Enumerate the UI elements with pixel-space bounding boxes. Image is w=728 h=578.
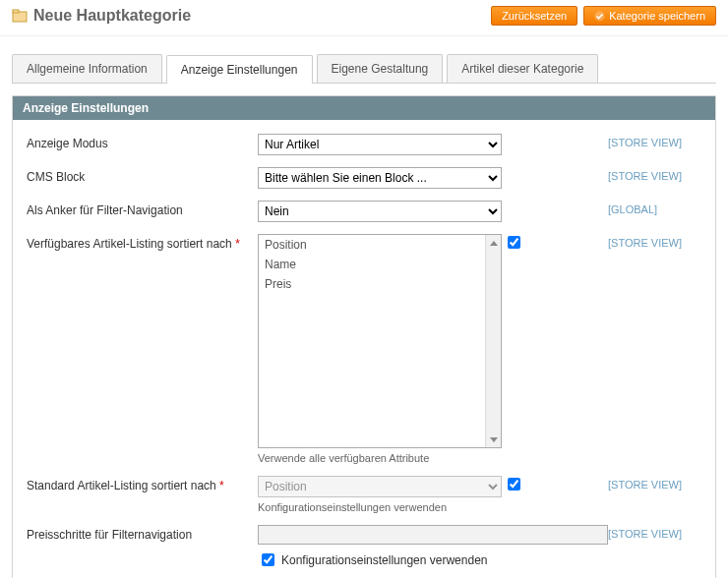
multiselect-option[interactable]: Name <box>259 255 501 274</box>
checkbox-use-all-attributes[interactable] <box>508 236 520 249</box>
tab-custom-design[interactable]: Eigene Gestaltung <box>317 54 444 83</box>
scrollbar[interactable] <box>485 235 501 447</box>
select-display-mode[interactable]: Nur Artikel <box>258 134 502 155</box>
save-button[interactable]: Kategorie speichern <box>583 6 716 26</box>
scroll-down-icon <box>490 437 498 442</box>
select-cms-block[interactable]: Bitte wählen Sie einen Block ... <box>258 167 502 189</box>
hint-default-sort: Konfigurationseinstellungen verwenden <box>258 501 608 513</box>
tab-general[interactable]: Allgemeine Information <box>12 54 162 83</box>
reset-button[interactable]: Zurücksetzen <box>491 6 577 26</box>
label-available-sort: Verfügbares Artikel-Listing sortiert nac… <box>27 234 258 251</box>
section-display-settings: Anzeige Einstellungen Anzeige Modus Nur … <box>12 95 716 578</box>
select-is-anchor[interactable]: Nein <box>258 201 502 222</box>
check-icon <box>594 11 605 22</box>
page-header: Neue Hauptkategorie Zurücksetzen Kategor… <box>0 0 728 36</box>
multiselect-option[interactable]: Preis <box>259 274 501 294</box>
multiselect-option[interactable]: Position <box>259 235 501 255</box>
checkbox-price-step-use-config[interactable] <box>262 553 274 566</box>
select-default-sort: Position <box>258 476 502 497</box>
scope-display-mode: [STORE VIEW] <box>608 134 701 148</box>
svg-rect-1 <box>13 10 19 13</box>
page-title: Neue Hauptkategorie <box>33 7 485 25</box>
multiselect-available-sort[interactable]: Position Name Preis <box>258 234 502 448</box>
input-price-step <box>258 525 608 545</box>
scope-default-sort: [STORE VIEW] <box>608 476 701 491</box>
scroll-up-icon <box>490 241 498 246</box>
tab-category-products[interactable]: Artikel dieser Kategorie <box>447 54 598 83</box>
scope-is-anchor: [GLOBAL] <box>608 201 701 215</box>
tab-display-settings[interactable]: Anzeige Einstellungen <box>166 55 313 84</box>
scope-price-step: [STORE VIEW] <box>608 525 701 540</box>
label-price-step: Preisschritte für Filternavigation <box>27 525 258 542</box>
category-icon <box>12 8 28 24</box>
scope-cms-block: [STORE VIEW] <box>608 167 701 182</box>
hint-available-sort: Verwende alle verfügbaren Attribute <box>258 452 608 464</box>
tabs: Allgemeine Information Anzeige Einstellu… <box>12 54 716 84</box>
label-is-anchor: Als Anker für Filter-Navigation <box>27 201 258 217</box>
section-title: Anzeige Einstellungen <box>13 96 715 120</box>
label-price-step-use-config: Konfigurationseinstellungen verwenden <box>281 553 487 567</box>
label-default-sort: Standard Artikel-Listing sortiert nach * <box>27 476 258 492</box>
label-cms-block: CMS Block <box>27 167 258 184</box>
scope-available-sort: [STORE VIEW] <box>608 234 701 249</box>
checkbox-default-sort-use-config[interactable] <box>508 478 520 491</box>
label-display-mode: Anzeige Modus <box>27 134 258 150</box>
